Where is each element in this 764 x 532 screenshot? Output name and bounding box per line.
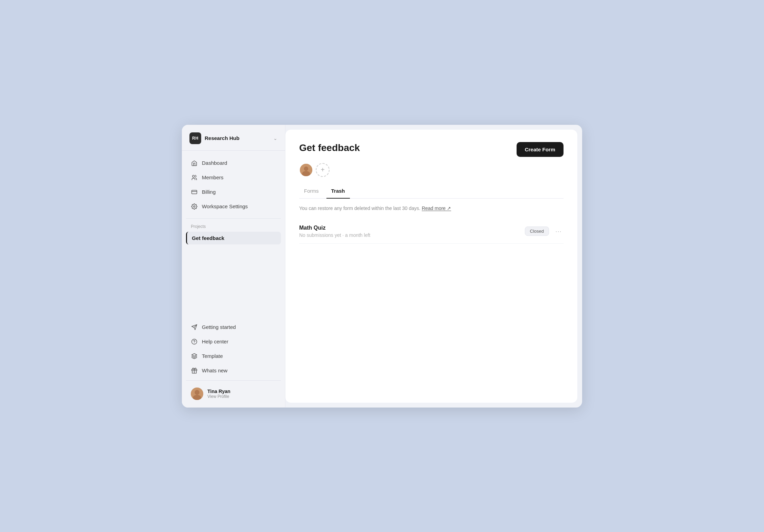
svg-point-15 <box>304 167 308 171</box>
app-container: RH Research Hub ⌄ Dashboard <box>182 125 582 408</box>
svg-point-0 <box>193 175 195 177</box>
bottom-nav-label: Template <box>202 353 223 359</box>
view-profile-link[interactable]: View Profile <box>207 394 231 399</box>
sidebar-item-whats-new[interactable]: Whats new <box>186 364 281 378</box>
read-more-link[interactable]: Read more ↗ <box>422 205 451 211</box>
projects-section: Projects Get feedback <box>182 223 285 244</box>
sidebar-item-getting-started[interactable]: Getting started <box>186 320 281 334</box>
sidebar-item-label: Dashboard <box>202 160 227 166</box>
bottom-nav-label: Getting started <box>202 324 236 330</box>
sidebar-item-template[interactable]: Template <box>186 349 281 363</box>
settings-icon <box>191 203 198 210</box>
avatar-row: + <box>299 163 564 177</box>
sidebar-divider-bottom <box>186 380 281 381</box>
sidebar-item-label: Workspace Settings <box>202 203 248 209</box>
add-member-button[interactable]: + <box>316 163 330 177</box>
sidebar-bottom: Getting started Help center <box>182 320 285 408</box>
sidebar-item-workspace-settings[interactable]: Workspace Settings <box>186 200 281 213</box>
svg-point-3 <box>194 205 195 207</box>
sidebar-header: RH Research Hub ⌄ <box>182 125 285 151</box>
svg-point-12 <box>195 390 199 395</box>
user-name: Tina Ryan <box>207 389 231 394</box>
user-info: Tina Ryan View Profile <box>207 389 231 399</box>
billing-icon <box>191 189 198 195</box>
workspace-logo: RH <box>189 132 201 144</box>
send-icon <box>191 324 198 331</box>
help-icon <box>191 338 198 345</box>
avatar <box>191 388 203 400</box>
sidebar-nav: Dashboard Members <box>182 151 285 214</box>
main-content: Get feedback Create Form + Forms Trash Y… <box>285 130 577 403</box>
form-item-actions: Closed ⋯ <box>525 226 564 237</box>
sidebar-item-members[interactable]: Members <box>186 171 281 184</box>
sidebar-item-label: Members <box>202 174 224 180</box>
form-item-details: Math Quiz No submissions yet · a month l… <box>299 225 370 238</box>
members-icon <box>191 174 198 181</box>
workspace-name: Research Hub <box>205 135 273 141</box>
main-header: Get feedback Create Form <box>299 142 564 157</box>
more-options-button[interactable]: ⋯ <box>553 226 564 237</box>
info-text: You can restore any form deleted within … <box>299 205 564 211</box>
svg-marker-8 <box>192 353 197 356</box>
gift-icon <box>191 367 198 374</box>
sidebar-item-help-center[interactable]: Help center <box>186 335 281 349</box>
sidebar-item-get-feedback[interactable]: Get feedback <box>186 232 281 244</box>
user-profile[interactable]: Tina Ryan View Profile <box>186 384 281 403</box>
form-meta: No submissions yet · a month left <box>299 232 370 238</box>
chevron-down-icon[interactable]: ⌄ <box>273 135 277 141</box>
page-title: Get feedback <box>299 142 360 154</box>
tab-trash[interactable]: Trash <box>326 184 350 199</box>
sidebar: RH Research Hub ⌄ Dashboard <box>182 125 285 408</box>
sidebar-item-dashboard[interactable]: Dashboard <box>186 156 281 170</box>
svg-rect-1 <box>192 190 197 194</box>
bottom-nav-label: Whats new <box>202 368 227 373</box>
svg-point-16 <box>302 171 310 177</box>
status-badge: Closed <box>525 227 549 236</box>
tabs-row: Forms Trash <box>299 184 564 199</box>
project-label: Get feedback <box>192 235 224 241</box>
sidebar-divider <box>186 218 281 219</box>
projects-label: Projects <box>186 223 281 232</box>
table-row: Math Quiz No submissions yet · a month l… <box>299 219 564 244</box>
sidebar-item-billing[interactable]: Billing <box>186 185 281 199</box>
layers-icon <box>191 353 198 360</box>
tab-forms[interactable]: Forms <box>299 184 324 199</box>
member-avatar <box>299 163 313 177</box>
home-icon <box>191 160 198 167</box>
bottom-nav-label: Help center <box>202 339 228 344</box>
sidebar-item-label: Billing <box>202 189 216 195</box>
create-form-button[interactable]: Create Form <box>517 142 564 157</box>
form-name: Math Quiz <box>299 225 370 231</box>
